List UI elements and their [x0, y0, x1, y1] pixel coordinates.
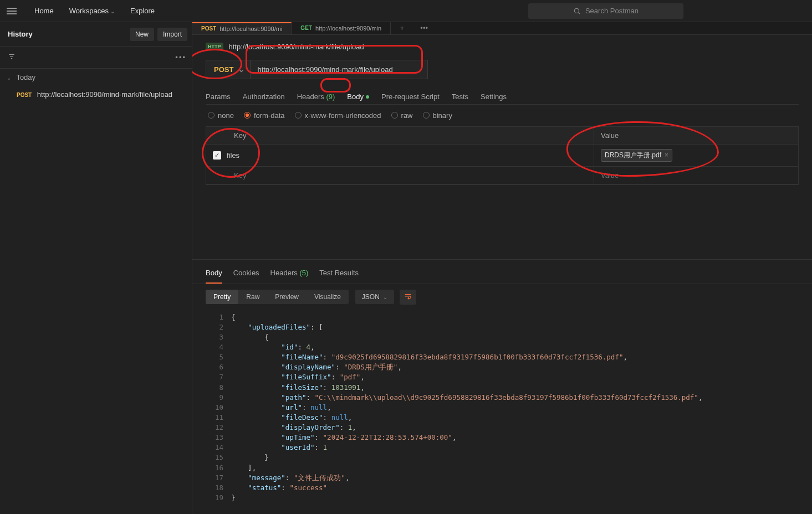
- nav-workspaces[interactable]: Workspaces⌄: [62, 7, 122, 15]
- chevron-down-icon: ⌄: [7, 75, 11, 81]
- response-body[interactable]: 1{2 "uploadedFiles": [3 {4 "id": 4,5 "fi…: [192, 310, 812, 514]
- tab-authorization[interactable]: Authorization: [243, 89, 285, 104]
- table-header-key: Key: [206, 127, 594, 144]
- chevron-down-icon: ⌄: [110, 8, 115, 14]
- view-raw[interactable]: Raw: [238, 290, 267, 304]
- chevron-down-icon: ⌄: [383, 294, 387, 300]
- method-badge: GET: [300, 25, 312, 31]
- tab-more-icon[interactable]: •••: [413, 22, 435, 34]
- breadcrumb: http://localhost:9090/mind-mark/file/upl…: [229, 43, 364, 51]
- view-pretty[interactable]: Pretty: [206, 290, 238, 304]
- form-data-table: Key Value ✓ files DRDS用户手册.pdf ×: [206, 126, 799, 185]
- request-tab-1[interactable]: GET http://localhost:9090/min: [292, 22, 391, 34]
- tab-prerequest[interactable]: Pre-request Script: [381, 89, 440, 104]
- radio-x-www-form[interactable]: x-www-form-urlencoded: [295, 111, 381, 120]
- row-checkbox[interactable]: ✓: [213, 151, 221, 160]
- form-value-input[interactable]: Value: [594, 167, 798, 184]
- menu-icon[interactable]: [7, 6, 17, 16]
- format-select[interactable]: JSON⌄: [355, 290, 394, 304]
- history-group-today[interactable]: ⌄ Today: [0, 69, 192, 86]
- nav-home[interactable]: Home: [27, 7, 62, 15]
- view-visualize[interactable]: Visualize: [307, 290, 349, 304]
- svg-line-1: [579, 12, 580, 14]
- radio-form-data[interactable]: form-data: [244, 111, 285, 120]
- file-chip[interactable]: DRDS用户手册.pdf ×: [601, 149, 672, 162]
- http-badge: HTTP: [206, 43, 223, 50]
- nav-explore[interactable]: Explore: [122, 7, 162, 15]
- view-preview[interactable]: Preview: [267, 290, 307, 304]
- history-item[interactable]: POST http://localhost:9090/mind-mark/fil…: [0, 86, 192, 103]
- method-badge: POST: [201, 25, 216, 32]
- more-icon[interactable]: •••: [175, 53, 186, 61]
- search-input[interactable]: Search Postman: [528, 3, 683, 19]
- radio-raw[interactable]: raw: [391, 111, 413, 120]
- sidebar: History New Import ••• ⌄ Today POST http…: [0, 22, 192, 514]
- remove-file-icon[interactable]: ×: [665, 151, 668, 159]
- wrap-lines-button[interactable]: [400, 290, 416, 305]
- tab-tests[interactable]: Tests: [452, 89, 468, 104]
- filter-icon[interactable]: [6, 50, 18, 64]
- method-select[interactable]: POST: [206, 60, 251, 79]
- resp-tab-cookies[interactable]: Cookies: [233, 265, 259, 284]
- radio-binary[interactable]: binary: [423, 111, 452, 120]
- url-input[interactable]: [251, 60, 428, 79]
- add-tab-button[interactable]: +: [391, 22, 413, 34]
- method-badge: POST: [17, 92, 32, 98]
- radio-none[interactable]: none: [208, 111, 234, 120]
- sidebar-title: History: [8, 30, 126, 38]
- new-button[interactable]: New: [130, 28, 154, 41]
- resp-tab-test-results[interactable]: Test Results: [319, 265, 359, 284]
- form-key-input[interactable]: Key: [206, 167, 594, 184]
- tab-headers[interactable]: Headers (9): [297, 89, 335, 104]
- search-icon: [573, 7, 581, 15]
- resp-tab-body[interactable]: Body: [206, 265, 222, 284]
- resp-tab-headers[interactable]: Headers (5): [270, 265, 309, 284]
- tab-body[interactable]: Body: [347, 89, 369, 104]
- request-tab-0[interactable]: POST http://localhost:9090/mi: [192, 22, 292, 34]
- modified-dot-icon: [366, 95, 369, 99]
- tab-params[interactable]: Params: [206, 89, 231, 104]
- svg-point-0: [574, 8, 579, 13]
- form-key[interactable]: files: [227, 151, 239, 160]
- table-header-value: Value: [594, 127, 798, 144]
- tab-settings[interactable]: Settings: [481, 89, 507, 104]
- import-button[interactable]: Import: [157, 28, 187, 41]
